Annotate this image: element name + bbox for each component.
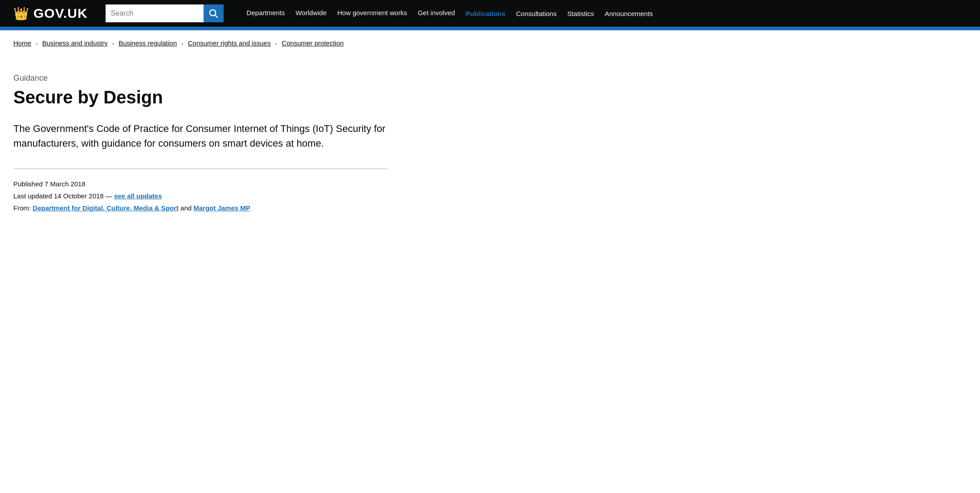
last-updated-prefix: Last updated 14 October 2018 — bbox=[13, 192, 114, 200]
nav-how-government-works[interactable]: How government works bbox=[332, 9, 412, 16]
main-nav: Departments Worldwide How government wor… bbox=[241, 9, 967, 18]
nav-departments[interactable]: Departments bbox=[241, 9, 290, 16]
nav-announcements[interactable]: Announcements bbox=[599, 10, 658, 17]
crown-icon: 👑 bbox=[13, 6, 29, 21]
breadcrumb-business-industry[interactable]: Business and industry bbox=[42, 39, 108, 47]
page-title: Secure by Design bbox=[13, 86, 388, 108]
published-date: Published 7 March 2018 bbox=[13, 178, 388, 190]
gov-uk-text: GOV.UK bbox=[33, 6, 88, 21]
breadcrumb-business-regulation[interactable]: Business regulation bbox=[118, 39, 177, 47]
see-all-updates-link[interactable]: see all updates bbox=[114, 192, 162, 200]
blue-strip bbox=[0, 27, 980, 30]
nav-publications[interactable]: Publications bbox=[460, 10, 510, 17]
breadcrumb-home[interactable]: Home bbox=[13, 39, 31, 47]
person1-link[interactable]: Margot James MP bbox=[193, 204, 250, 212]
breadcrumb-sep-1: › bbox=[36, 40, 37, 47]
search-icon bbox=[209, 9, 218, 18]
gov-uk-logo[interactable]: 👑 GOV.UK bbox=[13, 6, 88, 21]
page-description: The Government's Code of Practice for Co… bbox=[13, 121, 388, 151]
svg-line-1 bbox=[215, 15, 217, 17]
nav-worldwide[interactable]: Worldwide bbox=[290, 9, 332, 16]
nav-consultations[interactable]: Consultations bbox=[511, 10, 562, 17]
nav-get-involved[interactable]: Get involved bbox=[412, 9, 460, 16]
from-prefix: From: bbox=[13, 204, 33, 212]
org1-link[interactable]: Department for Digital, Culture, Media &… bbox=[33, 204, 179, 212]
breadcrumb-consumer-protection[interactable]: Consumer protection bbox=[282, 39, 343, 47]
search-button[interactable] bbox=[204, 4, 224, 22]
main-content: Guidance Secure by Design The Government… bbox=[0, 56, 401, 232]
breadcrumb-sep-4: › bbox=[275, 40, 277, 47]
and-separator: and bbox=[179, 204, 193, 212]
search-form bbox=[106, 4, 224, 22]
nav-statistics[interactable]: Statistics bbox=[562, 10, 599, 17]
breadcrumb-sep-2: › bbox=[112, 40, 114, 47]
last-updated: Last updated 14 October 2018 — see all u… bbox=[13, 190, 388, 202]
meta-divider bbox=[13, 168, 388, 169]
breadcrumb: Home › Business and industry › Business … bbox=[0, 30, 980, 56]
breadcrumb-sep-3: › bbox=[181, 40, 183, 47]
meta-info: Published 7 March 2018 Last updated 14 O… bbox=[13, 178, 388, 214]
breadcrumb-consumer-rights[interactable]: Consumer rights and issues bbox=[188, 39, 271, 47]
from-info: From: Department for Digital, Culture, M… bbox=[13, 202, 388, 214]
search-input[interactable] bbox=[106, 4, 204, 22]
site-header: 👑 GOV.UK Departments Worldwide How gover… bbox=[0, 0, 980, 27]
content-type: Guidance bbox=[13, 74, 388, 83]
